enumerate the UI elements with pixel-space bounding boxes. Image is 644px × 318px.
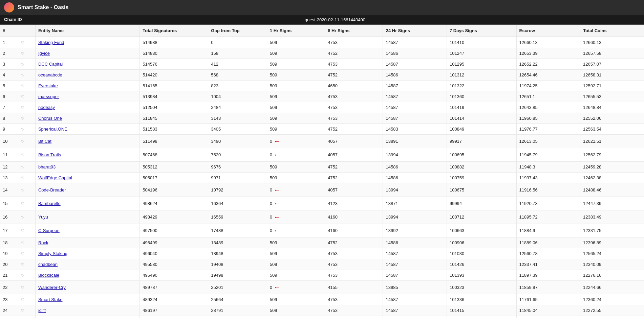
cell-favorite[interactable]: ♡ xyxy=(18,59,35,70)
cell-entity[interactable]: Everstake xyxy=(35,81,139,91)
cell-entity[interactable]: Bambarello xyxy=(35,197,139,210)
cell-24hr: 13994 xyxy=(383,210,447,224)
cell-entity[interactable]: Code-Breader xyxy=(35,183,139,197)
cell-favorite[interactable]: ♡ xyxy=(18,162,35,173)
cell-favorite[interactable]: ♡ xyxy=(18,70,35,81)
entity-link[interactable]: Blockscale xyxy=(38,273,59,278)
cell-entity[interactable]: Blockscale xyxy=(35,270,139,281)
cell-8hr: 4752 xyxy=(325,173,383,183)
cell-favorite[interactable]: ♡ xyxy=(18,259,35,270)
entity-link[interactable]: Bit Cat xyxy=(38,139,51,144)
cell-entity[interactable]: nodeasy xyxy=(35,102,139,113)
cell-entity[interactable]: Wanderer-Cry xyxy=(35,281,139,294)
cell-total-coins: 12462.38 xyxy=(580,173,644,183)
cell-escrow: 12654.46 xyxy=(516,70,580,81)
entity-link[interactable]: oceanabcde xyxy=(38,72,62,77)
cell-total-coins: 12272.55 xyxy=(580,305,644,316)
cell-entity[interactable]: DCC Capital xyxy=(35,59,139,70)
cell-1hr: 509 xyxy=(267,237,325,248)
entity-link[interactable]: Smart Stake xyxy=(38,297,63,302)
cell-gap: 0 xyxy=(208,37,267,48)
cell-entity[interactable]: Bison Trails xyxy=(35,148,139,162)
cell-24hr: 13891 xyxy=(383,135,447,148)
cell-entity[interactable]: C-Surgeon xyxy=(35,224,139,237)
cell-total-sig: 489787 xyxy=(140,281,208,294)
entity-link[interactable]: Code-Breader xyxy=(38,187,66,192)
cell-gap: 3143 xyxy=(208,113,267,124)
cell-favorite[interactable]: ♡ xyxy=(18,210,35,224)
cell-entity[interactable]: Bit Cat xyxy=(35,135,139,148)
cell-favorite[interactable]: ♡ xyxy=(18,305,35,316)
cell-24hr: 14586 xyxy=(383,70,447,81)
entity-link[interactable]: C-Surgeon xyxy=(38,228,60,233)
cell-favorite[interactable]: ♡ xyxy=(18,102,35,113)
cell-entity[interactable]: tlin xyxy=(35,316,139,318)
cell-favorite[interactable]: ♡ xyxy=(18,294,35,305)
cell-gap: 158 xyxy=(208,48,267,59)
cell-entity[interactable]: Chorus One xyxy=(35,113,139,124)
entity-link[interactable]: Wanderer-Cry xyxy=(38,285,66,290)
cell-favorite[interactable]: ♡ xyxy=(18,270,35,281)
entity-link[interactable]: WolfEdge Capital xyxy=(38,175,72,180)
entity-link[interactable]: Simply Staking xyxy=(38,251,67,256)
cell-favorite[interactable]: ♡ xyxy=(18,248,35,259)
cell-24hr: 14586 xyxy=(383,173,447,183)
cell-entity[interactable]: jcliff xyxy=(35,305,139,316)
entity-link[interactable]: chadbean xyxy=(38,262,58,267)
cell-gap: 10792 xyxy=(208,183,267,197)
entity-link[interactable]: Chorus One xyxy=(38,116,62,121)
cell-total-sig: 496499 xyxy=(140,237,208,248)
entity-link[interactable]: Everstake xyxy=(38,83,58,88)
table-row: 25♡tlin485000299885094053114001010101185… xyxy=(0,316,644,318)
cell-entity[interactable]: Staking Fund xyxy=(35,37,139,48)
cell-1hr: 509 xyxy=(267,162,325,173)
entity-link[interactable]: Bison Trails xyxy=(38,152,61,157)
cell-favorite[interactable]: ♡ xyxy=(18,37,35,48)
entity-link[interactable]: bharat93 xyxy=(38,164,56,169)
cell-favorite[interactable]: ♡ xyxy=(18,124,35,135)
cell-8hr: 4650 xyxy=(325,81,383,91)
cell-favorite[interactable]: ♡ xyxy=(18,224,35,237)
cell-favorite[interactable]: ♡ xyxy=(18,237,35,248)
entity-link[interactable]: Igyice xyxy=(38,51,50,56)
cell-favorite[interactable]: ♡ xyxy=(18,183,35,197)
entity-link[interactable]: Bambarello xyxy=(38,201,61,206)
cell-favorite[interactable]: ♡ xyxy=(18,48,35,59)
table-row: 24♡jcliff4861972879150947531458710141511… xyxy=(0,305,644,316)
cell-gap: 19408 xyxy=(208,259,267,270)
entity-link[interactable]: DCC Capital xyxy=(38,62,63,67)
cell-favorite[interactable]: ♡ xyxy=(18,316,35,318)
cell-entity[interactable]: Spherical.ONE xyxy=(35,124,139,135)
cell-entity[interactable]: marssuper xyxy=(35,91,139,102)
cell-entity[interactable]: Simply Staking xyxy=(35,248,139,259)
cell-favorite[interactable]: ♡ xyxy=(18,113,35,124)
cell-favorite[interactable]: ♡ xyxy=(18,135,35,148)
entity-link[interactable]: Rock xyxy=(38,240,48,245)
table-row: 6♡marssuper51398410045094753145871013601… xyxy=(0,91,644,102)
col-header-8hr: 8 Hr Signs xyxy=(325,25,383,37)
cell-1hr: 509 xyxy=(267,259,325,270)
cell-escrow: 12652.22 xyxy=(516,59,580,70)
cell-favorite[interactable]: ♡ xyxy=(18,281,35,294)
cell-entity[interactable]: bharat93 xyxy=(35,162,139,173)
cell-favorite[interactable]: ♡ xyxy=(18,81,35,91)
cell-entity[interactable]: oceanabcde xyxy=(35,70,139,81)
cell-favorite[interactable]: ♡ xyxy=(18,148,35,162)
cell-entity[interactable]: WolfEdge Capital xyxy=(35,173,139,183)
entity-link[interactable]: Staking Fund xyxy=(38,40,64,45)
cell-favorite[interactable]: ♡ xyxy=(18,197,35,210)
cell-favorite[interactable]: ♡ xyxy=(18,173,35,183)
cell-entity[interactable]: Smart Stake xyxy=(35,294,139,305)
cell-entity[interactable]: Igyice xyxy=(35,48,139,59)
entity-link[interactable]: marssuper xyxy=(38,94,59,99)
entity-link[interactable]: Spherical.ONE xyxy=(38,127,67,132)
entity-link[interactable]: jcliff xyxy=(38,308,46,313)
entity-link[interactable]: Yuyu xyxy=(38,214,48,220)
cell-entity[interactable]: Rock xyxy=(35,237,139,248)
cell-entity[interactable]: Yuyu xyxy=(35,210,139,224)
validators-table: # Entity Name Total Signatures Gap from … xyxy=(0,25,644,318)
entity-link[interactable]: nodeasy xyxy=(38,105,55,110)
cell-favorite[interactable]: ♡ xyxy=(18,91,35,102)
cell-entity[interactable]: chadbean xyxy=(35,259,139,270)
cell-7days: 101360 xyxy=(447,91,516,102)
